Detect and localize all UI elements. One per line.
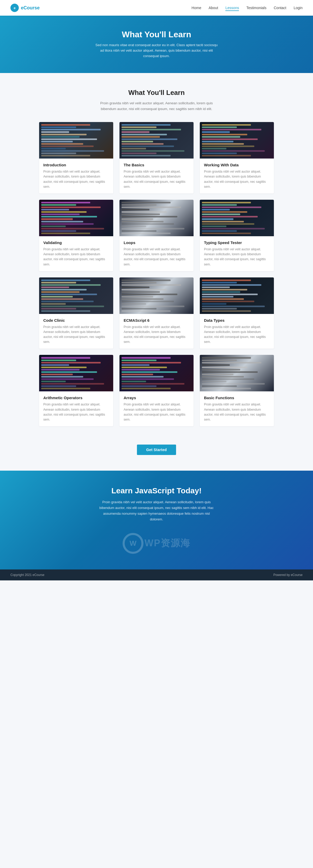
lesson-card: Typing Speed TesterProin gravida nibh ve… bbox=[200, 200, 274, 271]
lesson-desc: Proin gravida nibh vel velit auctor aliq… bbox=[43, 324, 109, 345]
nav-links: HomeAboutLessonsTestimonialsContactLogin bbox=[191, 5, 303, 10]
lesson-card: ECMAScript 6Proin gravida nibh vel velit… bbox=[120, 277, 193, 349]
footer-hero-subtitle: Proin gravida nibh vel velit auctor aliq… bbox=[96, 499, 217, 522]
lesson-card: Basic FunctionsProin gravida nibh vel ve… bbox=[200, 355, 274, 426]
lesson-title: Data Types bbox=[204, 318, 270, 322]
lesson-card: Arithmetic OperatorsProin gravida nibh v… bbox=[39, 355, 113, 426]
logo-icon: e bbox=[10, 4, 19, 12]
nav-link-login[interactable]: Login bbox=[294, 6, 303, 10]
lesson-card: ValidatingProin gravida nibh vel velit a… bbox=[39, 200, 113, 271]
lesson-desc: Proin gravida nibh vel velit auctor aliq… bbox=[124, 402, 189, 422]
nav-link-lessons[interactable]: Lessons bbox=[225, 6, 239, 11]
section-title: What You'll Learn bbox=[10, 89, 303, 97]
lesson-title: Working With Data bbox=[204, 163, 270, 167]
lesson-image bbox=[39, 355, 113, 391]
bottom-bar: Copyright 2021 eCourse Powered by eCours… bbox=[0, 569, 313, 580]
lesson-desc: Proin gravida nibh vel velit auctor aliq… bbox=[43, 169, 109, 189]
footer-hero-title: Learn JavaScript Today! bbox=[112, 486, 201, 495]
wp-text: WP资源海 bbox=[145, 537, 190, 550]
lesson-card: LoopsProin gravida nibh vel velit auctor… bbox=[120, 200, 193, 271]
lesson-title: Code Clinic bbox=[43, 318, 109, 322]
lesson-desc: Proin gravida nibh vel velit auctor aliq… bbox=[204, 169, 270, 189]
hero-title: What You'll Learn bbox=[94, 30, 219, 39]
lesson-title: Arrays bbox=[124, 396, 189, 400]
lesson-image bbox=[120, 355, 193, 391]
logo-text: eCourse bbox=[21, 5, 40, 11]
section-subtitle: Proin gravida nibh vel velit auctor aliq… bbox=[99, 100, 214, 112]
lesson-desc: Proin gravida nibh vel velit auctor aliq… bbox=[124, 247, 189, 267]
lesson-card: IntroductionProin gravida nibh vel velit… bbox=[39, 122, 113, 193]
lesson-card: Data TypesProin gravida nibh vel velit a… bbox=[200, 277, 274, 349]
nav-link-about[interactable]: About bbox=[209, 6, 218, 10]
hero-subtitle: Sed non mauris vitae erat consequat auct… bbox=[94, 42, 219, 59]
lesson-image bbox=[39, 200, 113, 236]
lesson-title: Introduction bbox=[43, 163, 109, 167]
get-started-button[interactable]: Get Started bbox=[137, 444, 176, 455]
logo[interactable]: e eCourse bbox=[10, 4, 40, 12]
lesson-card: Code ClinicProin gravida nibh vel velit … bbox=[39, 277, 113, 349]
lesson-image bbox=[200, 122, 274, 158]
lessons-grid: IntroductionProin gravida nibh vel velit… bbox=[39, 122, 274, 426]
cta-section: Get Started bbox=[0, 437, 313, 471]
nav-link-home[interactable]: Home bbox=[191, 6, 201, 10]
lesson-image bbox=[120, 277, 193, 314]
lesson-desc: Proin gravida nibh vel velit auctor aliq… bbox=[204, 247, 270, 267]
lesson-image bbox=[200, 200, 274, 236]
lesson-desc: Proin gravida nibh vel velit auctor aliq… bbox=[43, 402, 109, 422]
hero-section: What You'll Learn Sed non mauris vitae e… bbox=[0, 16, 313, 73]
lesson-title: Validating bbox=[43, 240, 109, 245]
lesson-image bbox=[120, 122, 193, 158]
lesson-title: Basic Functions bbox=[204, 396, 270, 400]
lesson-desc: Proin gravida nibh vel velit auctor aliq… bbox=[204, 324, 270, 345]
lesson-card: Working With DataProin gravida nibh vel … bbox=[200, 122, 274, 193]
lesson-image bbox=[200, 355, 274, 391]
lesson-desc: Proin gravida nibh vel velit auctor aliq… bbox=[43, 247, 109, 267]
copyright: Copyright 2021 eCourse bbox=[10, 573, 44, 577]
lesson-title: The Basics bbox=[124, 163, 189, 167]
lesson-title: Typing Speed Tester bbox=[204, 240, 270, 245]
lesson-image bbox=[39, 122, 113, 158]
lesson-desc: Proin gravida nibh vel velit auctor aliq… bbox=[124, 169, 189, 189]
nav-link-contact[interactable]: Contact bbox=[274, 6, 286, 10]
nav-link-testimonials[interactable]: Testimonials bbox=[246, 6, 266, 10]
lesson-title: Loops bbox=[124, 240, 189, 245]
lesson-title: ECMAScript 6 bbox=[124, 318, 189, 322]
lesson-desc: Proin gravida nibh vel velit auctor aliq… bbox=[124, 324, 189, 345]
lesson-card: The BasicsProin gravida nibh vel velit a… bbox=[120, 122, 193, 193]
footer-hero-section: Learn JavaScript Today! Proin gravida ni… bbox=[0, 471, 313, 569]
lesson-image bbox=[200, 277, 274, 314]
lesson-title: Arithmetic Operators bbox=[43, 396, 109, 400]
lesson-image bbox=[39, 277, 113, 314]
navbar: e eCourse HomeAboutLessonsTestimonialsCo… bbox=[0, 0, 313, 16]
lesson-card: ArraysProin gravida nibh vel velit aucto… bbox=[120, 355, 193, 426]
wp-circle-icon: W bbox=[123, 533, 144, 554]
wp-logo: W WP资源海 bbox=[123, 533, 190, 554]
lesson-desc: Proin gravida nibh vel velit auctor aliq… bbox=[204, 402, 270, 422]
powered-by: Powered by eCourse bbox=[273, 573, 303, 577]
lessons-section: What You'll Learn Proin gravida nibh vel… bbox=[0, 73, 313, 437]
hero-content: What You'll Learn Sed non mauris vitae e… bbox=[94, 30, 219, 59]
lesson-image bbox=[120, 200, 193, 236]
